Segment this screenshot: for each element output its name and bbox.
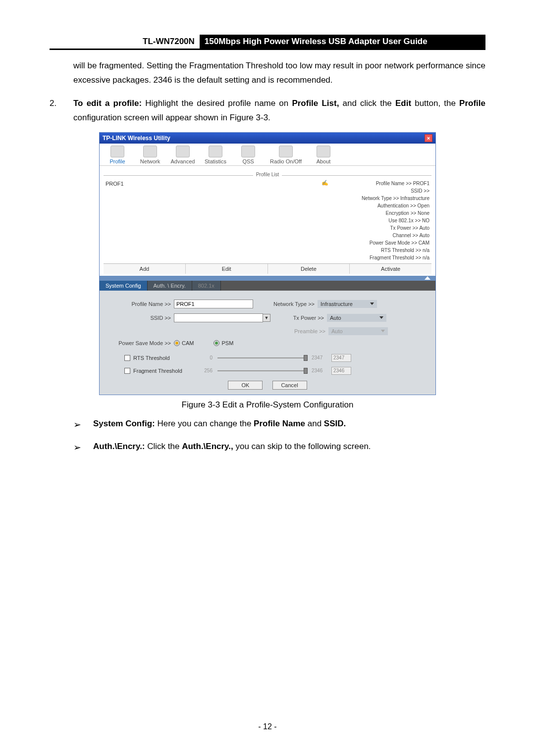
psm-label: Power Save Mode >>: [109, 340, 174, 346]
ssid-dropdown-icon[interactable]: ▼: [263, 314, 270, 322]
delete-button[interactable]: Delete: [268, 264, 350, 274]
nav-advanced[interactable]: Advanced: [168, 146, 198, 164]
profile-details: Profile Name >> PROF1 SSID >> Network Ty…: [332, 178, 431, 263]
collapse-handle[interactable]: [100, 276, 435, 281]
frag-value-box: 2346: [331, 367, 351, 375]
rts-slider[interactable]: [217, 357, 307, 358]
txpower-label: Tx Power >>: [277, 315, 327, 321]
nav-statistics[interactable]: Statistics: [201, 146, 230, 164]
edit-profile-label: To edit a profile:: [73, 99, 142, 108]
config-tabs: System Config Auth. \ Encry. 802.1x: [100, 281, 435, 291]
rts-value-box: 2347: [331, 354, 351, 362]
fragment-paragraph: will be fragmented. Setting the Fragment…: [73, 59, 485, 88]
network-type-label: Network Type >>: [268, 301, 318, 307]
network-icon: [143, 146, 157, 157]
nav-network[interactable]: Network: [135, 146, 165, 164]
radio-icon: [279, 146, 293, 157]
nav-radio[interactable]: Radio On/Off: [266, 146, 306, 164]
nav-toolbar: Profile Network Advanced Statistics QSS …: [100, 144, 435, 166]
chevron-down-icon: [370, 302, 374, 305]
chevron-down-icon: [381, 330, 385, 332]
doc-header: TL-WN7200N 150Mbps High Power Wireless U…: [50, 35, 485, 50]
profile-name-input[interactable]: [174, 300, 253, 308]
bullet-auth-encry: ➢ Auth.\Encry.: Click the Auth.\Encry., …: [73, 440, 485, 455]
nav-profile[interactable]: Profile: [103, 146, 132, 164]
figure-caption: Figure 3-3 Edit a Profile-System Configu…: [50, 400, 485, 410]
about-icon: [317, 146, 330, 157]
profile-icon: [110, 146, 124, 157]
cancel-button[interactable]: Cancel: [272, 381, 307, 390]
cam-radio[interactable]: [174, 340, 180, 346]
step-number: 2.: [50, 97, 73, 125]
bullet-icon: ➢: [73, 440, 93, 455]
preamble-select: Auto: [328, 327, 388, 335]
nav-qss[interactable]: QSS: [233, 146, 263, 164]
profile-list[interactable]: PROF1: [104, 178, 318, 190]
frag-checkbox[interactable]: [124, 368, 130, 374]
qss-icon: [241, 146, 255, 157]
nav-about[interactable]: About: [309, 146, 338, 164]
utility-window: TP-LINK Wireless Utility × Profile Netwo…: [99, 132, 436, 395]
profile-actions: Add Edit Delete Activate: [104, 263, 431, 274]
close-icon[interactable]: ×: [425, 134, 432, 142]
model-label: TL-WN7200N: [138, 35, 200, 49]
rts-label: RTS Threshold: [133, 355, 193, 361]
step-2: 2. To edit a profile: Highlight the desi…: [50, 97, 485, 125]
system-config-panel: Profile Name >> Network Type >> Infrastr…: [100, 291, 435, 395]
hand-icon: ✍: [318, 178, 332, 186]
edit-button[interactable]: Edit: [186, 264, 268, 274]
step-text: To edit a profile: Highlight the desired…: [73, 97, 485, 125]
titlebar[interactable]: TP-LINK Wireless Utility ×: [100, 133, 435, 144]
bullet-system-config: ➢ System Config: Here you can change the…: [73, 417, 485, 433]
advanced-icon: [176, 146, 190, 157]
app-title: TP-LINK Wireless Utility: [103, 135, 170, 142]
profile-list-header: Profile List: [104, 169, 431, 176]
profile-section: Profile List PROF1 ✍ Profile Name >> PRO…: [100, 166, 435, 276]
txpower-select[interactable]: Auto: [327, 314, 386, 322]
bullet-icon: ➢: [73, 417, 93, 433]
guide-title: 150Mbps High Power Wireless USB Adapter …: [200, 35, 485, 49]
frag-label: Fragment Threshold: [133, 368, 193, 374]
preamble-label: Preamble >>: [279, 328, 328, 334]
tab-system-config[interactable]: System Config: [100, 281, 148, 291]
statistics-icon: [209, 146, 222, 157]
rts-checkbox[interactable]: [124, 355, 130, 361]
tab-auth-encry[interactable]: Auth. \ Encry.: [148, 281, 192, 291]
chevron-up-icon: [425, 276, 430, 280]
slider-thumb[interactable]: [304, 368, 308, 374]
activate-button[interactable]: Activate: [350, 264, 431, 274]
ssid-label: SSID >>: [109, 315, 174, 321]
psm-radio[interactable]: [214, 340, 219, 346]
slider-thumb[interactable]: [304, 355, 308, 361]
network-type-select[interactable]: Infrastructure: [318, 300, 377, 308]
profile-name-label: Profile Name >>: [109, 301, 174, 307]
frag-slider[interactable]: [217, 370, 307, 371]
profile-entry[interactable]: PROF1: [106, 181, 316, 187]
ok-button[interactable]: OK: [228, 381, 263, 390]
ssid-input[interactable]: [174, 313, 263, 322]
page-number: - 12 -: [0, 722, 535, 731]
tab-8021x: 802.1x: [192, 281, 221, 291]
add-button[interactable]: Add: [104, 264, 186, 274]
chevron-down-icon: [379, 316, 383, 319]
